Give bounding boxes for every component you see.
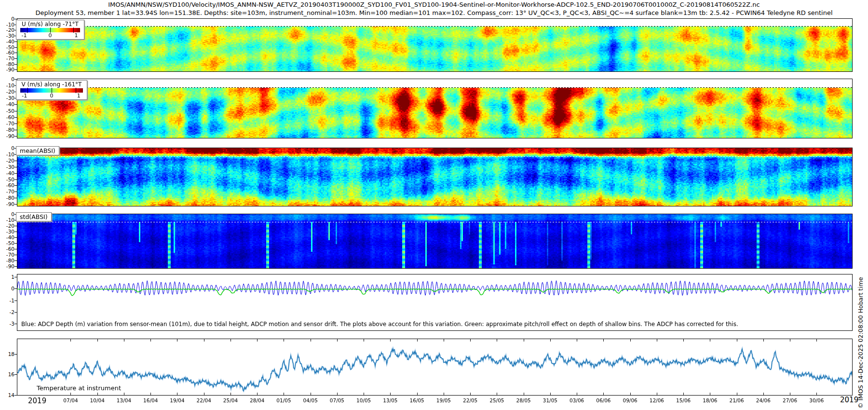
y-tick-mark xyxy=(14,69,17,70)
x-tick-label: 03/06 xyxy=(570,397,584,403)
y-tick-label: -80 xyxy=(1,195,14,201)
y-tick-mark xyxy=(14,237,17,238)
y-tick-label: 18 xyxy=(1,351,14,357)
x-tick-label: 15/06 xyxy=(676,397,691,403)
y-tick-mark xyxy=(14,191,17,192)
y-tick-label: -30 xyxy=(1,95,14,101)
y-tick-mark xyxy=(14,260,17,261)
y-tick-label: -2 xyxy=(1,309,14,315)
y-tick-mark xyxy=(14,255,17,255)
y-tick-mark xyxy=(14,288,17,289)
y-tick-mark xyxy=(14,324,17,324)
y-tick-mark xyxy=(14,198,17,198)
u-colorbar-legend: U (m/s) along -71°T -1 0 1 xyxy=(16,20,84,40)
panel-depth-variation: Blue: ADCP Depth (m) variation from sens… xyxy=(17,274,853,331)
title-line-2: Deployment 53, member 1 lat=33.94S lon=1… xyxy=(0,9,868,16)
y-tick-mark xyxy=(14,277,17,277)
y-tick-mark xyxy=(14,64,17,65)
y-tick-label: 0 xyxy=(1,286,14,291)
x-tick-label: 28/04 xyxy=(250,397,264,403)
x-tick-label: 30/06 xyxy=(809,397,824,403)
y-tick-mark xyxy=(14,374,17,375)
y-tick-mark xyxy=(14,301,17,301)
u-heatmap-canvas xyxy=(17,19,852,71)
y-tick-mark xyxy=(14,41,17,42)
y-tick-label: -30 xyxy=(1,33,14,39)
y-tick-mark xyxy=(14,173,17,174)
temperature-canvas xyxy=(17,339,852,395)
y-tick-mark xyxy=(14,58,17,59)
y-tick-label: -80 xyxy=(1,127,14,133)
y-tick-label: 0 xyxy=(1,16,14,22)
y-tick-label: -50 xyxy=(1,108,14,114)
u-colorbar xyxy=(20,28,80,32)
y-tick-label: -70 xyxy=(1,121,14,126)
y-tick-label: -20 xyxy=(1,89,14,95)
y-tick-label: -40 xyxy=(1,234,14,240)
y-tick-mark xyxy=(14,249,17,249)
x-tick-label: 22/04 xyxy=(197,397,211,403)
x-tick-label: 13/05 xyxy=(383,397,397,403)
y-tick-mark xyxy=(14,79,17,80)
y-tick-label: -30 xyxy=(1,164,14,170)
y-tick-mark xyxy=(14,130,17,130)
std-absi-heatmap-canvas xyxy=(17,214,852,268)
y-tick-label: -70 xyxy=(1,55,14,61)
v-heatmap-canvas xyxy=(17,79,852,138)
x-tick-label: 12/06 xyxy=(650,397,664,403)
x-tick-label: 24/06 xyxy=(756,397,771,403)
x-tick-label: 09/06 xyxy=(623,397,637,403)
v-colorbar xyxy=(20,88,83,93)
panel-mean-absi xyxy=(17,148,853,206)
mean-absi-label: mean(ABSI) xyxy=(16,146,59,155)
u-colorbar-ticks: -1 0 1 xyxy=(16,32,84,39)
y-tick-label: -90 xyxy=(1,263,14,269)
y-tick-label: -20 xyxy=(1,223,14,229)
x-tick-label: 31/05 xyxy=(543,397,557,403)
y-tick-mark xyxy=(14,266,17,267)
y-tick-mark xyxy=(14,136,17,137)
y-tick-label: 0 xyxy=(1,145,14,151)
x-tick-label: 04/05 xyxy=(303,397,318,403)
y-tick-label: -1 xyxy=(1,298,14,303)
y-tick-mark xyxy=(14,53,17,53)
v-colorbar-legend: V (m/s) along -161°T -1 0 1 xyxy=(16,80,87,100)
y-tick-mark xyxy=(14,19,17,19)
y-tick-label: -60 xyxy=(1,114,14,120)
v-colorbar-ticks: -1 0 1 xyxy=(16,93,87,99)
y-tick-label: -90 xyxy=(1,201,14,207)
x-tick-label: 27/06 xyxy=(783,397,797,403)
y-tick-label: -40 xyxy=(1,101,14,107)
y-tick-label: 0 xyxy=(1,211,14,217)
y-tick-mark xyxy=(14,204,17,205)
mean-absi-heatmap-canvas xyxy=(17,148,852,206)
y-tick-label: -3 xyxy=(1,321,14,327)
y-tick-label: -70 xyxy=(1,189,14,194)
y-tick-label: 1 xyxy=(1,274,14,280)
y-tick-label: -10 xyxy=(1,82,14,88)
x-tick-label: 25/04 xyxy=(223,397,238,403)
x-tick-label: 28/05 xyxy=(516,397,531,403)
x-tick-label: 16/04 xyxy=(143,397,158,403)
std-absi-label: std(ABSI) xyxy=(16,212,52,221)
x-tick-label: 10/05 xyxy=(356,397,371,403)
x-tick-label: 01/05 xyxy=(276,397,291,403)
y-tick-label: -40 xyxy=(1,39,14,44)
y-tick-label: -10 xyxy=(1,22,14,27)
depth-variation-note: Blue: ADCP Depth (m) variation from sens… xyxy=(21,321,738,328)
x-tick-label: 13/04 xyxy=(117,397,131,403)
y-tick-mark xyxy=(14,117,17,118)
y-tick-label: -20 xyxy=(1,158,14,164)
panel-std-absi xyxy=(17,214,853,269)
y-tick-mark xyxy=(14,232,17,232)
x-tick-label: 25/05 xyxy=(489,397,504,403)
y-tick-label: 14 xyxy=(1,392,14,398)
x-tick-label: 10/04 xyxy=(90,397,105,403)
y-tick-label: -50 xyxy=(1,44,14,50)
y-tick-mark xyxy=(14,312,17,313)
y-tick-mark xyxy=(14,104,17,105)
v-legend-title: V (m/s) along -161°T xyxy=(16,81,87,88)
y-tick-mark xyxy=(14,354,17,355)
y-tick-label: 16 xyxy=(1,371,14,377)
y-tick-mark xyxy=(14,123,17,124)
